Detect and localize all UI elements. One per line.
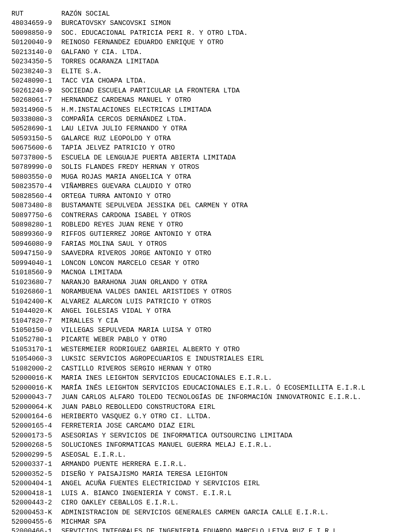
table-row: 51023680-7NARANJO BARAHONA JUAN ORLANDO … [11,278,400,287]
table-row: 50234350-5TORRES OCARANZA LIMITADA [11,57,400,66]
table-row: 50873480-8BUSTAMANTE SEPULVEDA JESSIKA D… [11,201,400,210]
cell-razon: COMPAÑÍA CERCOS DERNÁNDEZ LTDA. [61,115,400,124]
cell-rut: 50737800-5 [11,153,61,163]
cell-rut: 50947150-9 [11,249,61,258]
cell-razon: SOCIEDAD ESCUELA PARTICULAR LA FRONTERA … [61,86,400,96]
cell-razon: PICARTE WEBER PABLO Y OTRO [61,335,400,344]
table-row: 50946080-9FARIAS MOLINA SAUL Y OTROS [11,240,400,249]
cell-razon: ROBLEDO REYES JUAN RENE Y OTRO [61,220,400,230]
cell-rut: 50897750-6 [11,211,61,220]
cell-razon: WESTERMEIER RODRIGUEZ GABRIEL ALBERTO Y … [61,345,400,354]
cell-razon: ASESORIAS Y SERVICIOS DE INFORMATICA OUT… [61,431,400,441]
cell-razon: GALFANO Y CIA. LTDA. [61,48,400,57]
cell-rut: 52000164-6 [11,412,61,421]
table-row: 51054060-3LUKSIC SERVICIOS AGROPECUARIOS… [11,354,400,364]
cell-razon: SOC. EDUCACIONAL PATRICIA PERI R. Y OTRO… [61,29,400,38]
cell-rut: 52000404-1 [11,479,61,488]
table-row: 51052780-1PICARTE WEBER PABLO Y OTRO [11,335,400,344]
table-header-row: RUT RAZÓN SOCIAL [11,9,400,19]
cell-rut: 52000352-5 [11,470,61,479]
cell-razon: ALVAREZ ALARCON LUIS PATRICIO Y OTROS [61,297,400,307]
header-rut: RUT [11,9,61,19]
cell-rut: 52000016-K [11,383,61,393]
cell-razon: SERVICIOS INTEGRALES DE INGENIERIA EDUAR… [61,527,400,532]
table-row: 51053170-1WESTERMEIER RODRIGUEZ GABRIEL … [11,345,400,354]
cell-rut: 52000016-K [11,374,61,383]
cell-razon: ANGEL IGLESIAS VIDAL Y OTRA [61,307,400,316]
table-row: 52000016-KMARÍA INÉS LEIGHTON SERVICIOS … [11,383,400,393]
cell-rut: 50238240-3 [11,67,61,76]
cell-razon: RIFFOS GUTIERREZ JORGE ANTONIO Y OTRA [61,230,400,239]
table-row: 50789990-0SOLIS FLANDES FREDY HERNAN Y O… [11,163,400,172]
table-body: 48034659-9BURCATOVSKY SANCOVSKI SIMON500… [11,19,400,532]
cell-rut: 50528690-1 [11,124,61,134]
cell-rut: 52000299-5 [11,450,61,460]
cell-rut: 50803550-0 [11,172,61,182]
cell-razon: GALARCE RUZ LEOPOLDO Y OTRA [61,134,400,143]
cell-razon: MIRALLES Y CIA [61,316,400,326]
table-row: 52000043-7JUAN CARLOS ALFARO TOLEDO TECN… [11,393,400,402]
cell-razon: TORRES OCARANZA LIMITADA [61,57,400,66]
cell-rut: 52000064-K [11,403,61,412]
table-row: 51082000-2CASTILLO RIVEROS SERGIO HERNAN… [11,364,400,374]
table-row: 50248090-1TACC VIA CHOAPA LTDA. [11,76,400,86]
table-row: 52000466-1SERVICIOS INTEGRALES DE INGENI… [11,527,400,532]
cell-razon: VILLEGAS SEPULVEDA MARIA LUISA Y OTRO [61,326,400,335]
table-row: 50268061-7HERNANDEZ CARDENAS MANUEL Y OT… [11,96,400,105]
cell-razon: NORAMBUENA VALDES DANIEL ARISTIDES Y OTR… [61,287,400,297]
table-row: 50528690-1LAU LEIVA JULIO FERNANDO Y OTR… [11,124,400,134]
cell-rut: 51023680-7 [11,278,61,287]
cell-rut: 50593150-5 [11,134,61,143]
cell-rut: 51042400-K [11,297,61,307]
cell-rut: 48034659-9 [11,19,61,28]
table-row: 50898280-1ROBLEDO REYES JUAN RENE Y OTRO [11,220,400,230]
cell-razon: LONCON LONCON MARCELO CESAR Y OTRO [61,259,400,268]
cell-razon: BURCATOVSKY SANCOVSKI SIMON [61,19,400,28]
table-row: 50338080-3COMPAÑÍA CERCOS DERNÁNDEZ LTDA… [11,115,400,124]
table-row: 52000165-4FERRETERIA JOSE CARCAMO DIAZ E… [11,421,400,431]
table-row: 52000173-5ASESORIAS Y SERVICIOS DE INFOR… [11,431,400,441]
cell-rut: 50675600-6 [11,143,61,153]
cell-razon: LAU LEIVA JULIO FERNANDO Y OTRA [61,124,400,134]
cell-razon: MICHMAR SPA [61,517,400,527]
cell-razon: NARANJO BARAHONA JUAN ORLANDO Y OTRA [61,278,400,287]
cell-rut: 50338080-3 [11,115,61,124]
cell-razon: FERRETERIA JOSE CARCAMO DIAZ EIRL [61,421,400,431]
cell-rut: 52000268-5 [11,441,61,450]
cell-razon: CIRO OAKLEY CEBALLOS E.I.R.L. [61,498,400,508]
cell-rut: 51026860-1 [11,287,61,297]
cell-razon: BUSTAMANTE SEPULVEDA JESSIKA DEL CARMEN … [61,201,400,210]
table-row: 50823570-4VIÑAMBRES GUEVARA CLAUDIO Y OT… [11,182,400,191]
cell-razon: CASTILLO RIVEROS SERGIO HERNAN Y OTRO [61,364,400,374]
cell-razon: ELITE S.A. [61,67,400,76]
cell-razon: TAPIA JELVEZ PATRICIO Y OTRO [61,143,400,153]
cell-rut: 50098850-9 [11,29,61,38]
cell-razon: SAAVEDRA RIVEROS JORGE ANTONIO Y OTRO [61,249,400,258]
cell-rut: 50261240-9 [11,86,61,96]
table-row: 50213140-0GALFANO Y CIA. LTDA. [11,48,400,57]
cell-rut: 51082000-2 [11,364,61,374]
cell-rut: 52000165-4 [11,421,61,431]
table-row: 50737800-5ESCUELA DE LENGUAJE PUERTA ABI… [11,153,400,163]
cell-razon: MACNOA LIMITADA [61,268,400,277]
cell-razon: DISEÑO Y PAISAJISMO MARIA TERESA LEIGHTO… [61,470,400,479]
cell-rut: 50248090-1 [11,76,61,86]
table-row: 52000164-6HERIBERTO VASQUEZ G.Y OTRO CI.… [11,412,400,421]
cell-razon: ANGEL ACUÑA FUENTES ELECTRICIDAD Y SERVI… [61,479,400,488]
cell-rut: 50898280-1 [11,220,61,230]
cell-rut: 52000173-5 [11,431,61,441]
cell-rut: 50120040-9 [11,38,61,47]
cell-razon: VIÑAMBRES GUEVARA CLAUDIO Y OTRO [61,182,400,191]
cell-razon: SOLIS FLANDES FREDY HERNAN Y OTROS [61,163,400,172]
cell-razon: FARIAS MOLINA SAUL Y OTROS [61,240,400,249]
cell-rut: 51054060-3 [11,354,61,364]
cell-rut: 50994040-1 [11,259,61,268]
cell-razon: CONTRERAS CARDONA ISABEL Y OTROS [61,211,400,220]
cell-rut: 51044020-K [11,307,61,316]
cell-rut: 51053170-1 [11,345,61,354]
cell-rut: 50828560-4 [11,192,61,201]
cell-razon: HERIBERTO VASQUEZ G.Y OTRO CI. LLTDA. [61,412,400,421]
cell-razon: HERNANDEZ CARDENAS MANUEL Y OTRO [61,96,400,105]
table-row: 50238240-3ELITE S.A. [11,67,400,76]
cell-razon: MARÍA INÉS LEIGHTON SERVICIOS EDUCACIONA… [61,383,400,393]
